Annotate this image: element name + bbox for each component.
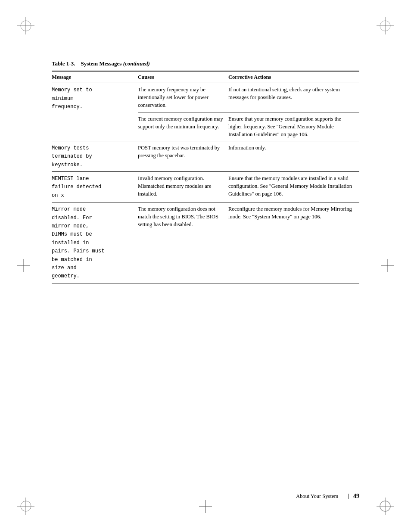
corrective-cell-4: Reconfigure the memory modules for Memor…	[228, 202, 359, 283]
table-title: Table 1-3. System Messages (continued)	[52, 60, 359, 67]
cause-cell-1a: The memory frequency may be intentionall…	[138, 83, 228, 112]
table-row: Memory set tominimumfrequency. The memor…	[52, 83, 359, 112]
corrective-cell-3: Ensure that the memory modules are insta…	[228, 172, 359, 202]
cause-text-1b: The current memory configuration may sup…	[138, 116, 223, 130]
col-header-causes: Causes	[138, 71, 228, 83]
side-mark-left	[17, 259, 30, 274]
side-mark-right	[381, 259, 394, 274]
message-cell-1: Memory set tominimumfrequency.	[52, 83, 138, 141]
corrective-cell-1b: Ensure that your memory configuration su…	[228, 112, 359, 141]
system-messages-table: Message Causes Corrective Actions Memory…	[52, 71, 359, 283]
corner-mark-bl	[17, 489, 43, 515]
footer-section-text: About Your System	[296, 493, 338, 500]
corrective-text-1a: If not an intentional setting, check any…	[228, 87, 340, 100]
table-row: Mirror modedisabled. Formirror mode,DIMM…	[52, 202, 359, 283]
content-area: Table 1-3. System Messages (continued) M…	[52, 60, 359, 480]
table-title-prefix: Table 1-3.	[52, 60, 75, 67]
cause-text-1a: The memory frequency may be intentionall…	[138, 87, 209, 108]
table-header-row: Message Causes Corrective Actions	[52, 71, 359, 83]
corner-mark-tl	[17, 17, 43, 43]
message-cell-2: Memory teststerminated bykeystroke.	[52, 141, 138, 171]
table-title-italic: (continued)	[123, 60, 150, 67]
col-header-message: Message	[52, 71, 138, 83]
table-row: Memory teststerminated bykeystroke. POST…	[52, 141, 359, 171]
message-text-1: Memory set tominimumfrequency.	[52, 87, 92, 110]
page-footer: About Your System | 49	[52, 493, 359, 500]
cause-text-4: The memory configuration does not match …	[138, 206, 218, 227]
page-number: 49	[353, 493, 359, 500]
message-text-3: MEMTEST lanefailure detectedon x	[52, 176, 101, 199]
col-header-corrective: Corrective Actions	[228, 71, 359, 83]
cause-cell-1b: The current memory configuration may sup…	[138, 112, 228, 141]
cause-cell-3: Invalid memory configuration. Mismatched…	[138, 172, 228, 202]
side-mark-bottom	[199, 500, 212, 515]
table-title-main: System Messages	[81, 60, 123, 67]
cause-text-3: Invalid memory configuration. Mismatched…	[138, 175, 211, 197]
message-cell-3: MEMTEST lanefailure detectedon x	[52, 172, 138, 202]
message-text-4: Mirror modedisabled. Formirror mode,DIMM…	[52, 206, 104, 279]
corrective-text-1b: Ensure that your memory configuration su…	[228, 116, 341, 137]
corner-mark-br	[368, 489, 394, 515]
message-cell-4: Mirror modedisabled. Formirror mode,DIMM…	[52, 202, 138, 283]
corner-mark-tr	[368, 17, 394, 43]
corrective-cell-2: Information only.	[228, 141, 359, 171]
cause-cell-4: The memory configuration does not match …	[138, 202, 228, 283]
footer-separator: |	[348, 493, 349, 500]
corrective-text-4: Reconfigure the memory modules for Memor…	[228, 206, 352, 220]
cause-text-2: POST memory test was terminated by press…	[138, 145, 220, 159]
cause-cell-2: POST memory test was terminated by press…	[138, 141, 228, 171]
corrective-text-3: Ensure that the memory modules are insta…	[228, 175, 352, 197]
corrective-text-2: Information only.	[228, 145, 266, 151]
table-row: MEMTEST lanefailure detectedon x Invalid…	[52, 172, 359, 202]
message-text-2: Memory teststerminated bykeystroke.	[52, 145, 92, 168]
corrective-cell-1a: If not an intentional setting, check any…	[228, 83, 359, 112]
